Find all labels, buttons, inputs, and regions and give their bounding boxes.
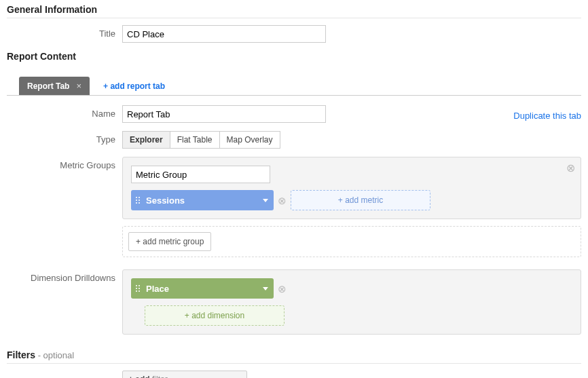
duplicate-tab-link[interactable]: Duplicate this tab [513, 107, 581, 121]
label-type: Type [7, 131, 122, 145]
add-metric-group-button[interactable]: + add metric group [128, 232, 211, 251]
row-dimension-drilldowns: Dimension Drilldowns Place ⊗ + add dimen… [7, 269, 581, 335]
report-tab-chip[interactable]: Report Tab × [19, 77, 90, 95]
metric-chip-label: Sessions [146, 195, 185, 206]
row-title: Title [7, 25, 581, 43]
metric-group-panel: ⊗ Sessions ⊗ + add metric [122, 157, 581, 219]
filters-heading-text: Filters [7, 349, 35, 360]
drag-handle-icon[interactable] [135, 284, 141, 292]
type-option-map-overlay[interactable]: Map Overlay [220, 131, 280, 149]
report-tab-chip-label: Report Tab [27, 81, 69, 91]
type-segmented-control: Explorer Flat Table Map Overlay [122, 131, 280, 149]
row-name: Name Duplicate this tab [7, 105, 581, 123]
section-heading-filters: Filters - optional [7, 349, 581, 364]
report-tab-name-input[interactable] [122, 105, 326, 123]
dimension-chip-place[interactable]: Place [131, 278, 274, 299]
close-tab-icon[interactable]: × [76, 81, 81, 91]
label-title: Title [7, 25, 122, 39]
filters-optional-text: - optional [35, 350, 74, 360]
chevron-down-icon [263, 199, 268, 202]
add-metric-button[interactable]: + add metric [291, 190, 430, 210]
remove-metric-group-icon[interactable]: ⊗ [566, 163, 575, 174]
section-heading-general-info: General Information [7, 4, 581, 18]
add-metric-group-panel: + add metric group [122, 226, 581, 257]
report-tab-strip: Report Tab × + add report tab [7, 77, 581, 96]
label-metric-groups: Metric Groups [7, 157, 122, 170]
drag-handle-icon[interactable] [135, 196, 141, 204]
add-filter-dropdown[interactable]: + add filter [122, 371, 247, 378]
dimension-panel: Place ⊗ + add dimension [122, 269, 581, 335]
row-metric-groups: Metric Groups ⊗ Sessions ⊗ + add metric … [7, 157, 581, 257]
dimension-chip-label: Place [146, 284, 169, 294]
type-option-flat-table[interactable]: Flat Table [170, 131, 220, 149]
add-filter-prefix: + add [128, 375, 152, 378]
label-dimension-drilldowns: Dimension Drilldowns [7, 269, 122, 283]
add-filter-word: filter [152, 375, 168, 378]
section-heading-report-content: Report Content [7, 51, 581, 64]
metric-group-name-input[interactable] [131, 166, 270, 183]
remove-metric-icon[interactable]: ⊗ [278, 195, 287, 206]
chevron-down-icon [263, 287, 268, 290]
add-dimension-button[interactable]: + add dimension [145, 305, 284, 326]
row-filters: + add filter [7, 371, 581, 378]
remove-dimension-icon[interactable]: ⊗ [278, 284, 287, 294]
label-filters-empty [7, 371, 122, 374]
add-report-tab-link[interactable]: + add report tab [103, 81, 165, 91]
row-type: Type Explorer Flat Table Map Overlay [7, 131, 581, 149]
label-name: Name [7, 105, 122, 119]
title-input[interactable] [122, 25, 326, 43]
type-option-explorer[interactable]: Explorer [122, 131, 170, 149]
metric-chip-sessions[interactable]: Sessions [131, 190, 274, 210]
